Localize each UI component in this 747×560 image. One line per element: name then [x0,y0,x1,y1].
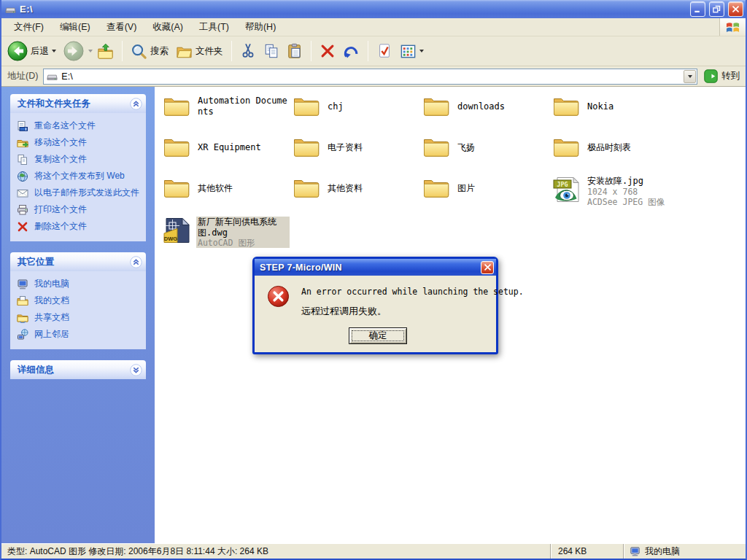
address-label: 地址(D) [7,70,38,82]
other-places-body: 我的电脑 我的文档 共享文档 [10,271,146,349]
my-computer-icon [17,279,29,290]
file-text-block: 图片 [456,176,476,201]
folder-large-icon [422,135,451,158]
chevron-down-icon [688,75,692,78]
file-tile[interactable]: 电子资料 [290,135,420,176]
file-text-block: 飞扬 [456,135,476,160]
chevron-up-icon[interactable] [130,256,142,268]
file-tile[interactable]: Nokia [550,94,680,135]
go-button[interactable]: 转到 [703,69,741,83]
go-icon [704,69,718,83]
task-label: 将这个文件发布到 Web [34,171,125,182]
place-item[interactable]: 我的文档 [17,295,142,307]
task-item[interactable]: 以电子邮件形式发送此文件 [17,187,142,199]
file-label: Automation Documents [198,96,288,117]
details-header[interactable]: 详细信息 [10,360,146,379]
file-label: 新厂新车间供电系统图.dwg [198,217,288,238]
file-tile[interactable]: 其他资料 [290,176,420,217]
file-tile[interactable]: JPG 安装故障.jpg 1024 x 768ACDSee JPEG 图像 [550,176,680,217]
search-button[interactable]: 搜索 [128,41,171,62]
file-tile[interactable]: XR Equipment [160,135,290,176]
file-tile[interactable]: 图片 [420,176,550,217]
toolbar-separator [368,41,368,61]
menu-item[interactable]: 收藏(A) [144,18,191,36]
file-tile[interactable]: 飞扬 [420,135,550,176]
task-item[interactable]: 删除这个文件 [17,221,142,233]
folders-button[interactable]: 文件夹 [173,41,226,62]
svg-text:DWG: DWG [164,236,177,242]
shared-documents-icon [17,312,29,324]
delete-button[interactable] [317,41,338,61]
forward-dropdown-icon[interactable] [88,50,93,52]
window-title: E:\ [20,4,686,15]
back-dropdown-icon[interactable] [52,50,56,52]
task-pane-sidebar: 文件和文件夹任务 重命名这个文件 移动这个文件 [1,87,155,543]
forward-icon [63,41,84,61]
error-icon [267,285,290,308]
file-label: Nokia [587,101,614,112]
file-tile[interactable]: DWG 新厂新车间供电系统图.dwg AutoCAD 图形 [160,217,290,257]
views-dropdown-icon[interactable] [419,50,424,52]
undo-button[interactable] [340,41,363,62]
checklist-button[interactable] [374,41,395,61]
place-item[interactable]: 我的电脑 [17,279,142,290]
task-item[interactable]: 复制这个文件 [17,154,142,166]
place-item[interactable]: 共享文档 [17,312,142,324]
panel-title: 详细信息 [18,364,54,376]
menu-item[interactable]: 查看(V) [98,18,145,36]
paste-button[interactable] [284,41,306,61]
copy-file-icon [17,154,29,166]
panel-title: 文件和文件夹任务 [18,98,90,110]
views-icon [400,43,417,60]
address-input[interactable]: E:\ [43,69,697,85]
dialog-message-line2: 远程过程调用失败。 [301,305,524,318]
copy-button[interactable] [260,41,282,61]
file-tile[interactable]: downloads [420,94,550,135]
close-button[interactable] [728,1,743,17]
task-item[interactable]: 重命名这个文件 [17,120,142,132]
up-button[interactable] [94,41,117,62]
forward-button[interactable] [61,39,87,63]
other-places-panel: 其它位置 我的电脑 我的文档 [10,252,146,349]
menu-item[interactable]: 编辑(E) [52,18,98,36]
menu-item[interactable]: 工具(T) [191,18,237,36]
task-item[interactable]: 将这个文件发布到 Web [17,171,142,182]
email-icon [17,187,29,199]
views-button[interactable] [397,41,427,62]
close-icon [484,263,492,271]
chevron-up-icon[interactable] [130,98,142,110]
chevron-down-icon[interactable] [130,364,142,376]
back-button[interactable]: 后退 [4,39,59,63]
undo-icon [343,43,360,60]
task-label: 打印这个文件 [34,204,87,216]
folders-icon [176,43,193,60]
file-detail-line: 747 x 560 [587,187,665,197]
file-text-block: 其他资料 [326,176,364,201]
address-dropdown-button[interactable] [684,70,696,83]
task-item[interactable]: 移动这个文件 [17,137,142,149]
file-tile[interactable]: 其他软件 [160,176,290,217]
folder-up-icon [97,43,114,60]
task-item[interactable]: 打印这个文件 [17,204,142,216]
menu-item[interactable]: 帮助(H) [237,18,284,36]
place-item[interactable]: 网上邻居 [17,329,142,341]
file-tile[interactable]: Automation Documents [160,94,290,135]
menu-item[interactable]: 文件(F) [6,18,52,36]
ok-button[interactable]: 确定 [349,327,407,344]
cut-button[interactable] [237,41,259,61]
minimize-button[interactable] [690,1,705,17]
file-label: chj [328,101,344,112]
dialog-close-button[interactable] [481,261,494,274]
other-places-header[interactable]: 其它位置 [10,252,146,271]
restore-button[interactable] [709,1,724,17]
drive-icon [5,4,16,15]
file-tile[interactable]: chj [290,94,420,135]
file-tile[interactable]: 极品时刻表 [550,135,680,176]
dialog-title: STEP 7-Micro/WIN [260,262,478,273]
folder-large-icon [162,135,191,158]
search-label: 搜索 [150,45,169,58]
place-label: 网上邻居 [34,329,69,341]
close-icon [732,5,740,13]
status-size: 264 KB [550,544,623,559]
file-tasks-header[interactable]: 文件和文件夹任务 [10,94,146,113]
